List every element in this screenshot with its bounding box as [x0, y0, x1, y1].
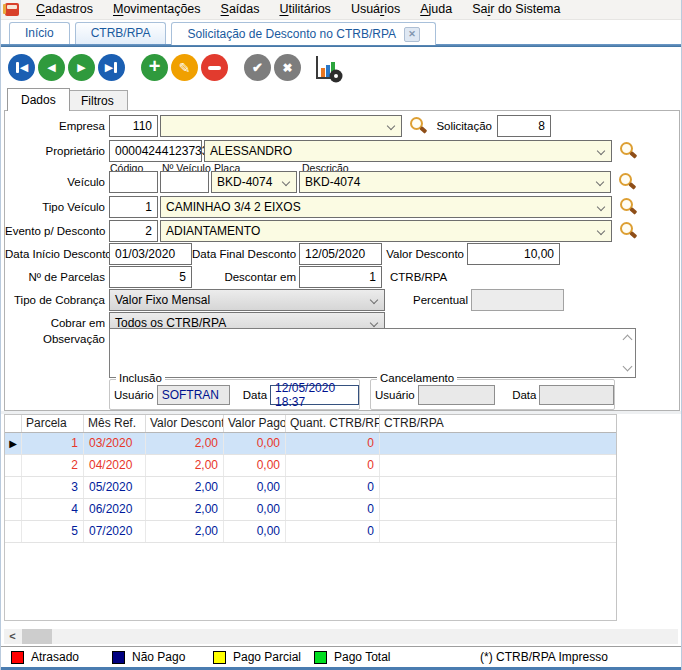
grid-cell: 2,00: [146, 433, 224, 454]
row-indicator: [5, 499, 22, 520]
table-row[interactable]: 305/20202,000,000: [5, 477, 616, 499]
status-legend: AtrasadoNão PagoPago ParcialPago Total (…: [1, 646, 681, 667]
veiculo-codigo-field[interactable]: [109, 171, 158, 193]
app-window: CadastrosMovimentaçõesSaídasUtilitáriosU…: [0, 0, 682, 670]
proprietario-code-field[interactable]: 00004244123733: [109, 140, 202, 162]
observacao-textarea[interactable]: [109, 328, 636, 378]
grid-cell: 0: [286, 433, 380, 454]
table-row[interactable]: 507/20202,000,000: [5, 521, 616, 543]
scroll-down-icon[interactable]: [623, 362, 633, 372]
table-row[interactable]: 204/20202,000,000: [5, 455, 616, 477]
descontar-label: Descontar em: [192, 271, 296, 283]
toolbar: ◀◀▶▶+✎✔✖: [1, 47, 681, 88]
evento-search-icon[interactable]: [618, 221, 638, 241]
table-row[interactable]: ▶103/20202,000,000: [5, 433, 616, 455]
menu-item-sair-do-sistema[interactable]: Sair do Sistema: [462, 0, 570, 20]
edit-record-button[interactable]: ✎: [171, 54, 198, 81]
chevron-down-icon[interactable]: [597, 203, 605, 211]
veiculo-num-field[interactable]: [160, 171, 209, 193]
tab-filtros[interactable]: Filtros: [67, 90, 128, 111]
tab-filtros-label: Filtros: [81, 94, 114, 108]
tab-inicio[interactable]: Início: [9, 22, 70, 44]
next-record-button[interactable]: ▶: [68, 54, 95, 81]
percentual-field: [471, 289, 564, 311]
valor-desconto-field[interactable]: 10,00: [467, 243, 560, 265]
descontar-field[interactable]: 1: [299, 266, 382, 288]
chevron-down-icon[interactable]: [596, 178, 604, 186]
chevron-down-icon[interactable]: [387, 122, 395, 130]
row-indicator: ▶: [5, 433, 22, 454]
grid-cell: 0,00: [224, 455, 286, 476]
empresa-search-icon[interactable]: [408, 116, 428, 136]
grid-cell: 0,00: [224, 521, 286, 542]
table-row[interactable]: 406/20202,000,000: [5, 499, 616, 521]
horizontal-scrollbar[interactable]: <: [4, 629, 678, 644]
menu-item-ajuda[interactable]: Ajuda: [410, 0, 462, 20]
confirm-button[interactable]: ✔: [244, 54, 271, 81]
chevron-down-icon[interactable]: [370, 319, 378, 327]
evento-combo[interactable]: ADIANTAMENTO: [160, 220, 612, 242]
data-final-field[interactable]: 12/05/2020: [299, 243, 382, 265]
empresa-code-field[interactable]: 110: [109, 115, 158, 137]
grid-cell: 0: [286, 521, 380, 542]
scroll-left-arrow[interactable]: <: [5, 629, 20, 644]
delete-record-button[interactable]: [201, 54, 228, 81]
grid-cell: 05/2020: [84, 477, 146, 498]
veiculo-placa-combo[interactable]: BKD-4074: [211, 171, 297, 193]
inclusao-data-label: Data: [243, 389, 267, 401]
empresa-name-combo[interactable]: [160, 115, 402, 137]
previous-record-button[interactable]: ◀: [38, 54, 65, 81]
chart-bar-blue: [326, 65, 330, 77]
chevron-down-icon[interactable]: [597, 227, 605, 235]
data-inicio-label: Data Início Desconto: [5, 248, 107, 260]
cancel-button[interactable]: ✖: [274, 54, 301, 81]
tab-dados[interactable]: Dados: [7, 88, 70, 111]
scrollbar-thumb[interactable]: [22, 629, 52, 644]
row-indicator: [5, 477, 22, 498]
menu-item-movimentacoes[interactable]: Movimentações: [103, 0, 211, 20]
veiculo-search-icon[interactable]: [617, 172, 637, 192]
tipo-cobranca-dropdown[interactable]: Valor Fixo Mensal: [109, 289, 385, 311]
parcelas-grid: ParcelaMês Ref.Valor DescontoValor PagoQ…: [4, 414, 617, 621]
menu-item-cadastros[interactable]: Cadastros: [26, 0, 103, 20]
parcelas-field[interactable]: 5: [109, 266, 192, 288]
grid-header-col: Valor Pago: [224, 415, 286, 432]
chevron-down-icon[interactable]: [597, 147, 605, 155]
chevron-down-icon[interactable]: [370, 296, 378, 304]
last-record-button[interactable]: ▶: [98, 54, 125, 81]
report-chart-button[interactable]: [313, 54, 343, 82]
grid-cell: 0,00: [224, 433, 286, 454]
grid-cell: 0: [286, 499, 380, 520]
legend-items: AtrasadoNão PagoPago ParcialPago Total: [11, 650, 415, 664]
data-inicio-field[interactable]: 01/03/2020: [109, 243, 192, 265]
chevron-down-icon[interactable]: [282, 178, 290, 186]
evento-code-field[interactable]: 2: [109, 220, 158, 242]
first-record-button[interactable]: ◀: [8, 54, 35, 81]
legend-label: Não Pago: [132, 650, 185, 664]
proprietario-search-icon[interactable]: [618, 141, 638, 161]
legend-item: Não Pago: [112, 650, 213, 664]
legend-swatch: [112, 651, 125, 664]
grid-cell: 0: [286, 455, 380, 476]
cancelamento-data-label: Data: [512, 389, 536, 401]
observacao-label: Observação: [5, 333, 107, 345]
empresa-label: Empresa: [5, 120, 107, 132]
evento-value: ADIANTAMENTO: [166, 224, 260, 238]
tab-ctrb-rpa-label: CTRB/RPA: [91, 23, 151, 44]
tab-ctrb-rpa[interactable]: CTRB/RPA: [75, 22, 167, 44]
solicitacao-field[interactable]: 8: [497, 115, 551, 137]
veiculo-descricao-combo[interactable]: BKD-4074: [299, 171, 611, 193]
tipo-veiculo-search-icon[interactable]: [618, 197, 638, 217]
menu-item-saidas[interactable]: Saídas: [211, 0, 270, 20]
tab-close-icon[interactable]: ✕: [404, 27, 420, 42]
parcelas-label: Nº de Parcelas: [5, 271, 107, 283]
menu-item-usuarios[interactable]: Usuários: [341, 0, 410, 20]
grid-cell: 1: [22, 433, 84, 454]
insert-record-button[interactable]: +: [141, 54, 168, 81]
proprietario-name-combo[interactable]: ALESSANDRO: [204, 140, 612, 162]
scroll-up-icon[interactable]: [623, 335, 633, 345]
tipo-veiculo-code-field[interactable]: 1: [109, 196, 158, 218]
menu-item-utilitarios[interactable]: Utilitários: [269, 0, 340, 20]
tipo-veiculo-combo[interactable]: CAMINHAO 3/4 2 EIXOS: [160, 196, 612, 218]
tab-solicitacao[interactable]: Solicitação de Desconto no CTRB/RPA✕: [171, 22, 436, 45]
